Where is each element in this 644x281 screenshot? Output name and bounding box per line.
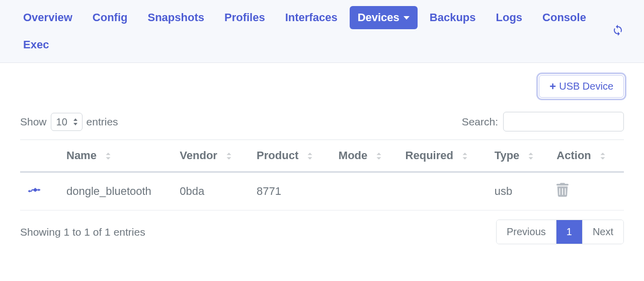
table-length-select[interactable]: 10 — [51, 113, 83, 131]
cell-name: dongle_bluetooth — [60, 172, 174, 210]
nav-devices[interactable]: Devices — [350, 6, 418, 29]
cell-required — [399, 172, 489, 210]
column-required[interactable]: Required — [399, 140, 489, 172]
nav-overview[interactable]: Overview — [15, 6, 80, 29]
nav-profiles[interactable]: Profiles — [216, 6, 273, 29]
pagination-next[interactable]: Next — [583, 220, 623, 244]
sort-icon — [460, 152, 469, 161]
main-content: + USB Device Show 10 entries Search: Nam… — [0, 63, 644, 256]
column-name[interactable]: Name — [60, 140, 174, 172]
sort-icon — [305, 152, 314, 161]
refresh-icon — [612, 24, 624, 36]
sort-icon — [224, 152, 233, 161]
sort-icon — [598, 152, 607, 161]
nav-devices-label: Devices — [358, 11, 399, 24]
table-row: dongle_bluetooth 0bda 8771 usb — [20, 172, 624, 210]
nav-logs[interactable]: Logs — [488, 6, 531, 29]
add-usb-device-label: USB Device — [559, 81, 613, 92]
table-search-control: Search: — [462, 112, 624, 131]
sort-icon — [104, 152, 113, 161]
table-info: Showing 1 to 1 of 1 entries — [20, 226, 145, 238]
plus-icon: + — [549, 81, 556, 92]
nav-exec[interactable]: Exec — [15, 33, 57, 56]
pagination-page-1[interactable]: 1 — [556, 220, 583, 244]
nav-interfaces[interactable]: Interfaces — [277, 6, 346, 29]
column-product[interactable]: Product — [251, 140, 333, 172]
table-search-input[interactable] — [503, 112, 624, 131]
column-action[interactable]: Action — [550, 140, 624, 172]
column-type[interactable]: Type — [489, 140, 551, 172]
refresh-button[interactable] — [612, 24, 624, 38]
cell-type: usb — [489, 172, 551, 210]
column-mode[interactable]: Mode — [333, 140, 399, 172]
delete-button[interactable] — [556, 187, 569, 199]
devices-table: Name Vendor Product Mode Required — [20, 139, 624, 210]
table-length-entries-label: entries — [87, 116, 118, 128]
cell-mode — [333, 172, 399, 210]
pagination: Previous 1 Next — [496, 220, 624, 244]
navbar: Overview Config Snapshots Profiles Inter… — [0, 0, 644, 63]
nav-config[interactable]: Config — [85, 6, 136, 29]
usb-icon — [26, 185, 42, 197]
cell-vendor: 0bda — [174, 172, 251, 210]
nav-console[interactable]: Console — [534, 6, 594, 29]
table-length-show-label: Show — [20, 116, 47, 128]
pagination-prev[interactable]: Previous — [497, 220, 556, 244]
column-vendor[interactable]: Vendor — [174, 140, 251, 172]
sort-icon — [374, 152, 383, 161]
trash-icon — [556, 183, 569, 197]
table-length-control: Show 10 entries — [20, 113, 118, 131]
caret-down-icon — [404, 16, 410, 20]
nav-snapshots[interactable]: Snapshots — [140, 6, 212, 29]
nav-backups[interactable]: Backups — [422, 6, 484, 29]
cell-product: 8771 — [251, 172, 333, 210]
column-blank[interactable] — [20, 140, 60, 172]
table-search-label: Search: — [462, 116, 498, 128]
add-usb-device-button[interactable]: + USB Device — [539, 75, 624, 98]
sort-icon — [526, 152, 535, 161]
